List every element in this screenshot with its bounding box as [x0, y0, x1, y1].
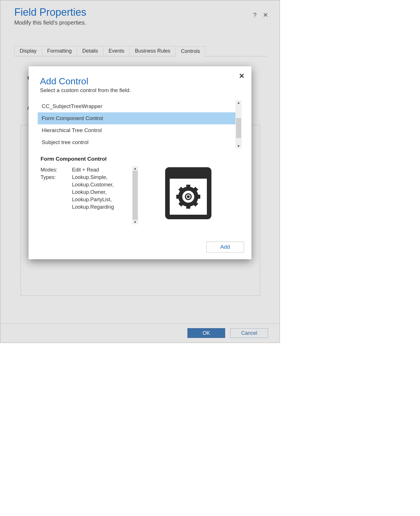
control-item-hierarchical-tree-control[interactable]: Hierarchical Tree Control	[38, 124, 235, 136]
control-item-cc-subjecttreewrapper[interactable]: CC_SubjectTreeWrapper	[38, 100, 235, 112]
modes-value: Edit + Read	[72, 166, 129, 174]
list-scrollbar[interactable]: ▲ ▼	[235, 100, 242, 148]
modes-label: Modes:	[41, 166, 72, 174]
control-preview-icon	[164, 166, 213, 224]
modal-subtitle: Select a custom control from the field.	[40, 87, 246, 93]
scroll-down-icon[interactable]: ▼	[237, 144, 240, 148]
add-button[interactable]: Add	[206, 242, 244, 252]
modal-title: Add Control	[40, 76, 246, 87]
detail-scrollbar[interactable]: ▲ ▼	[132, 166, 138, 224]
selected-control-name: Form Component Control	[41, 156, 246, 162]
detail-scroll-up-icon[interactable]: ▲	[133, 167, 137, 170]
types-value: Lookup.Simple, Lookup.Customer, Lookup.O…	[72, 174, 129, 211]
types-label: Types:	[41, 174, 72, 181]
field-properties-dialog: Field Properties Modify this field's pro…	[0, 0, 280, 343]
scroll-up-icon[interactable]: ▲	[237, 101, 240, 104]
modal-close-icon[interactable]: ✕	[239, 72, 245, 80]
detail-scroll-down-icon[interactable]: ▼	[133, 220, 137, 224]
control-item-form-component-control[interactable]: Form Component Control	[38, 112, 235, 124]
svg-point-13	[187, 195, 190, 198]
scroll-thumb[interactable]	[236, 118, 241, 138]
control-list: CC_SubjectTreeWrapper Form Component Con…	[38, 100, 235, 148]
detail-scroll-thumb[interactable]	[133, 171, 138, 220]
add-control-modal: ✕ Add Control Select a custom control fr…	[29, 66, 251, 259]
control-item-subject-tree-control[interactable]: Subject tree control	[38, 136, 235, 148]
